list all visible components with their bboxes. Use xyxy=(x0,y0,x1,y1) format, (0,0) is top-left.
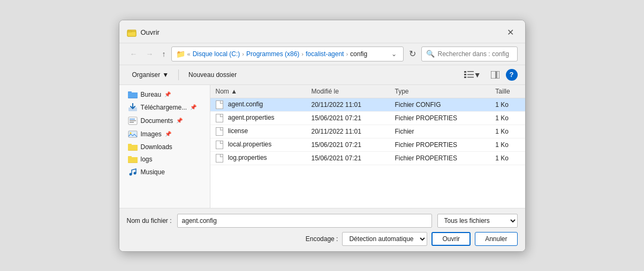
svg-rect-18 xyxy=(130,122,134,123)
sidebar-item-downloads[interactable]: Downloads xyxy=(122,141,208,153)
file-modified: 15/06/2021 07:21 xyxy=(306,111,389,125)
footer: Nom du fichier : Tous les fichiers Encod… xyxy=(119,208,525,251)
table-row[interactable]: log.properties 15/06/2021 07:21 Fichier … xyxy=(210,151,525,165)
svg-rect-4 xyxy=(467,71,474,72)
svg-rect-2 xyxy=(127,31,132,32)
encodage-label: Encodage : xyxy=(306,235,338,243)
sidebar-downloads-label: Downloads xyxy=(141,143,172,151)
sidebar-images-label: Images xyxy=(141,130,162,138)
images-icon xyxy=(128,130,138,138)
svg-rect-1 xyxy=(127,32,136,36)
col-nom[interactable]: Nom ▲ xyxy=(210,85,306,98)
file-type: Fichier PROPERTIES xyxy=(390,151,490,165)
help-button[interactable]: ? xyxy=(506,69,518,81)
forward-button[interactable]: → xyxy=(143,48,157,60)
file-icon xyxy=(216,154,223,162)
table-row[interactable]: local.properties 15/06/2021 07:21 Fichie… xyxy=(210,138,525,151)
file-name: agent.properties xyxy=(228,114,275,121)
preview-pane-icon xyxy=(491,71,499,79)
svg-rect-5 xyxy=(464,74,466,75)
sidebar-item-musique[interactable]: Musique xyxy=(122,166,208,179)
sidebar-item-logs[interactable]: logs xyxy=(122,153,208,165)
table-row[interactable]: agent.properties 15/06/2021 07:21 Fichie… xyxy=(210,111,525,125)
title-bar-left: Ouvrir xyxy=(127,28,160,37)
file-icon xyxy=(216,114,223,122)
breadcrumb-dropdown[interactable]: ⌄ xyxy=(389,50,399,58)
filename-row: Nom du fichier : Tous les fichiers xyxy=(127,214,518,228)
sidebar-item-bureau[interactable]: Bureau 📌 xyxy=(122,89,208,100)
title-bar: Ouvrir ✕ xyxy=(119,20,525,43)
close-button[interactable]: ✕ xyxy=(504,26,518,40)
col-modifie[interactable]: Modifié le xyxy=(306,85,389,98)
file-size: 1 Ko xyxy=(490,151,525,165)
svg-rect-23 xyxy=(128,145,138,150)
svg-rect-19 xyxy=(128,131,137,137)
file-size: 1 Ko xyxy=(490,138,525,151)
svg-rect-17 xyxy=(130,120,136,121)
col-taille[interactable]: Taille xyxy=(490,85,525,98)
bc-prog[interactable]: Programmes (x86) xyxy=(246,50,299,58)
file-size: 1 Ko xyxy=(490,111,525,125)
filename-input[interactable] xyxy=(177,214,432,228)
filename-label: Nom du fichier : xyxy=(127,217,172,224)
svg-point-20 xyxy=(130,132,131,134)
nav-bar: ← → ↑ 📁 « Disque local (C:) › Programmes… xyxy=(119,43,525,65)
table-row[interactable]: agent.config 20/11/2022 11:01 Fichier CO… xyxy=(210,98,525,111)
file-type: Fichier PROPERTIES xyxy=(390,138,490,151)
sidebar-bureau-label: Bureau xyxy=(141,91,162,98)
view-details-button[interactable]: ▼ xyxy=(461,68,484,81)
svg-rect-16 xyxy=(130,119,135,120)
toolbar-separator xyxy=(178,69,179,80)
svg-rect-9 xyxy=(491,71,496,79)
sidebar-logs-label: logs xyxy=(141,156,153,163)
refresh-button[interactable]: ↻ xyxy=(406,48,419,60)
file-modified: 20/11/2022 11:01 xyxy=(306,125,389,138)
sidebar-item-documents[interactable]: Documents 📌 xyxy=(122,114,208,127)
up-button[interactable]: ↑ xyxy=(159,48,169,60)
bureau-pin-icon: 📌 xyxy=(164,91,171,97)
file-list: Nom ▲ Modifié le Type Taille agent.confi… xyxy=(210,85,525,208)
col-type[interactable]: Type xyxy=(390,85,490,98)
encodage-select[interactable]: Détection automatique xyxy=(342,232,427,246)
footer-actions: Encodage : Détection automatique Ouvrir … xyxy=(127,232,518,246)
dialog-title: Ouvrir xyxy=(141,28,160,36)
new-folder-button[interactable]: Nouveau dossier xyxy=(183,69,242,81)
documents-icon xyxy=(128,117,138,125)
organiser-button[interactable]: Organiser ▼ xyxy=(127,69,175,81)
telechargements-pin-icon: 📌 xyxy=(190,104,196,110)
svg-rect-10 xyxy=(497,71,499,79)
open-button[interactable]: Ouvrir xyxy=(431,232,471,246)
sidebar: Bureau 📌 Téléchargeme... 📌 Documents xyxy=(119,85,210,208)
download-icon xyxy=(128,103,138,112)
new-folder-label: Nouveau dossier xyxy=(188,71,237,79)
dialog-icon xyxy=(127,28,137,37)
sidebar-item-images[interactable]: Images 📌 xyxy=(122,128,208,141)
logs-folder-icon xyxy=(128,156,138,163)
file-icon xyxy=(216,100,223,109)
cancel-button[interactable]: Annuler xyxy=(475,232,517,246)
open-dialog: Ouvrir ✕ ← → ↑ 📁 « Disque local (C:) › P… xyxy=(119,20,526,252)
svg-rect-13 xyxy=(128,92,138,98)
documents-pin-icon: 📌 xyxy=(176,118,183,123)
preview-button[interactable] xyxy=(488,69,503,81)
svg-rect-6 xyxy=(467,74,474,75)
file-name: agent.config xyxy=(228,100,263,108)
search-input[interactable] xyxy=(438,50,513,58)
downloads-folder-icon xyxy=(128,143,138,151)
organiser-label: Organiser xyxy=(132,71,161,79)
svg-rect-7 xyxy=(464,76,466,78)
back-button[interactable]: ← xyxy=(127,48,141,60)
svg-rect-3 xyxy=(464,71,466,73)
sidebar-documents-label: Documents xyxy=(141,117,173,125)
filetype-select[interactable]: Tous les fichiers xyxy=(437,214,518,228)
sidebar-item-telechargements[interactable]: Téléchargeme... 📌 xyxy=(122,101,208,114)
table-row[interactable]: license 20/11/2022 11:01 Fichier 1 Ko xyxy=(210,125,525,138)
search-icon: 🔍 xyxy=(426,50,435,58)
file-size: 1 Ko xyxy=(490,98,525,111)
file-name: local.properties xyxy=(228,141,271,148)
bc-disk[interactable]: Disque local (C:) xyxy=(193,50,240,58)
file-type: Fichier PROPERTIES xyxy=(390,111,490,125)
bc-agent[interactable]: focalist-agent xyxy=(306,50,344,58)
toolbar: Organiser ▼ Nouveau dossier ▼ xyxy=(119,65,525,85)
file-name: log.properties xyxy=(228,154,267,161)
